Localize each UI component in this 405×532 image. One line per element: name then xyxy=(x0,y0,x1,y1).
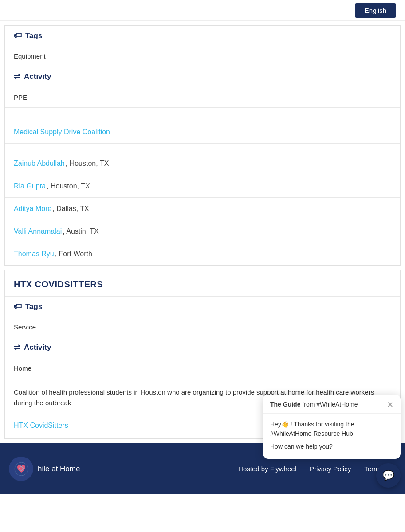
location-3: , Austin, TX xyxy=(63,227,99,235)
activity-icon-2: ⇌ xyxy=(14,343,20,352)
htx-title: HTX COVIDSITTERS xyxy=(5,270,400,296)
coalition-row: Medical Supply Drive Coalition xyxy=(5,121,400,144)
tags-icon-1: 🏷 xyxy=(14,31,22,40)
chat-question: How can we help you? xyxy=(270,443,393,450)
location-1: , Houston, TX xyxy=(47,182,90,190)
chat-bubble-icon: 💬 xyxy=(382,470,394,481)
person-link-4[interactable]: Thomas Ryu xyxy=(14,250,54,258)
location-4: , Fort Worth xyxy=(55,250,92,258)
chat-title: The Guide from #WhileAtHome xyxy=(270,401,358,408)
chat-title-guide: The Guide xyxy=(270,401,300,408)
footer-logo-area: hile at Home xyxy=(9,457,80,481)
person-link-3[interactable]: Valli Annamalai xyxy=(14,227,62,235)
footer-links: Hosted by Flywheel Privacy Policy Terms … xyxy=(238,465,396,473)
chat-widget: The Guide from #WhileAtHome ✕ Hey👋 ! Tha… xyxy=(263,395,401,459)
tags-value-1: Equipment xyxy=(5,46,400,66)
person-row-4: Thomas Ryu , Fort Worth xyxy=(5,243,400,265)
spacer-2 xyxy=(5,144,400,153)
person-link-1[interactable]: Ria Gupta xyxy=(14,182,46,190)
tags-header-2: 🏷 Tags xyxy=(5,296,400,317)
person-link-0[interactable]: Zainub Abdullah xyxy=(14,160,65,168)
tags-icon-2: 🏷 xyxy=(14,302,22,311)
activity-label-1: Activity xyxy=(24,72,51,81)
tags-value-2: Service xyxy=(5,317,400,337)
person-link-2[interactable]: Aditya More xyxy=(14,205,51,213)
person-row-0: Zainub Abdullah , Houston, TX xyxy=(5,153,400,175)
activity-label-2: Activity xyxy=(24,343,51,352)
hosted-by-link[interactable]: Hosted by Flywheel xyxy=(238,465,296,473)
footer-logo xyxy=(9,457,33,481)
activity-value-1: PPE xyxy=(5,87,400,108)
tags-header-1: 🏷 Tags xyxy=(5,26,400,46)
person-row-1: Ria Gupta , Houston, TX xyxy=(5,175,400,198)
chat-body: Hey👋 ! Thanks for visiting the #WhileAtH… xyxy=(263,414,401,459)
footer: hile at Home Hosted by Flywheel Privacy … xyxy=(0,443,405,494)
spacer-1 xyxy=(5,108,400,121)
coalition-link[interactable]: Medical Supply Drive Coalition xyxy=(14,128,110,136)
chat-bubble-button[interactable]: 💬 xyxy=(376,463,401,488)
top-bar: English xyxy=(0,0,405,21)
chat-header: The Guide from #WhileAtHome ✕ xyxy=(263,395,401,414)
logo-icon xyxy=(14,462,28,476)
tags-label-2: Tags xyxy=(25,302,42,311)
activity-icon-1: ⇌ xyxy=(14,72,20,82)
activity-header-2: ⇌ Activity xyxy=(5,337,400,358)
privacy-policy-link[interactable]: Privacy Policy xyxy=(310,465,351,473)
chat-close-button[interactable]: ✕ xyxy=(387,401,393,409)
chat-message: Hey👋 ! Thanks for visiting the #WhileAtH… xyxy=(270,420,393,438)
activity-value-2: Home xyxy=(5,358,400,378)
activity-header-1: ⇌ Activity xyxy=(5,66,400,87)
person-row-2: Aditya More , Dallas, TX xyxy=(5,198,400,220)
tags-label-1: Tags xyxy=(25,31,42,40)
section-card-1: 🏷 Tags Equipment ⇌ Activity PPE Medical … xyxy=(4,25,401,266)
footer-site-name: hile at Home xyxy=(38,465,80,473)
main-content: 🏷 Tags Equipment ⇌ Activity PPE Medical … xyxy=(0,25,405,439)
location-2: , Dallas, TX xyxy=(52,205,89,213)
english-button[interactable]: English xyxy=(355,3,396,18)
location-0: , Houston, TX xyxy=(66,160,109,168)
person-row-3: Valli Annamalai , Austin, TX xyxy=(5,220,400,243)
